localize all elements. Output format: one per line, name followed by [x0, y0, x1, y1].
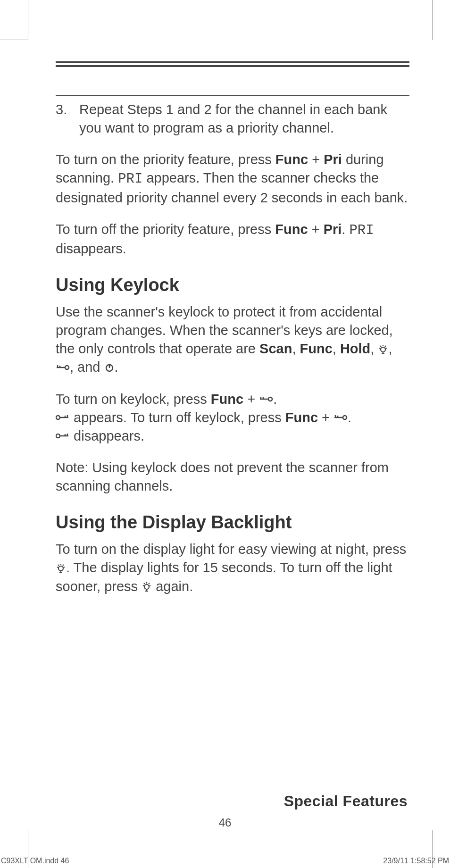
list-item-3: 3. Repeat Steps 1 and 2 for the channel … — [56, 100, 409, 137]
page-content: 3. Repeat Steps 1 and 2 for the channel … — [56, 61, 409, 609]
keylock-intro: Use the scanner's keylock to protect it … — [56, 303, 409, 377]
list-number: 3. — [56, 100, 79, 137]
key-icon — [56, 362, 70, 373]
section-title: Special Features — [284, 793, 408, 810]
top-double-rule — [56, 61, 409, 67]
heading-keylock: Using Keylock — [56, 275, 409, 295]
power-icon — [104, 362, 115, 373]
page-number: 46 — [0, 816, 450, 829]
key-icon — [56, 431, 70, 441]
key-icon — [56, 412, 70, 423]
footer-timestamp: 23/9/11 1:58:52 PM — [383, 857, 449, 865]
backlight-paragraph: To turn on the display light for easy vi… — [56, 540, 409, 595]
footer-file: C93XLT OM.indd 46 — [1, 857, 69, 865]
light-icon — [56, 563, 66, 573]
priority-off-paragraph: To turn off the priority feature, press … — [56, 220, 409, 258]
thin-rule — [56, 95, 409, 96]
light-icon — [378, 344, 388, 354]
crop-mark-top-left — [0, 0, 28, 40]
key-icon — [333, 412, 348, 423]
key-icon — [259, 394, 273, 404]
keylock-toggle: To turn on keylock, press Func + . appea… — [56, 390, 409, 445]
crop-mark-top-right — [432, 0, 450, 40]
heading-backlight: Using the Display Backlight — [56, 512, 409, 533]
list-text: Repeat Steps 1 and 2 for the channel in … — [79, 100, 409, 137]
keylock-note: Note: Using keylock does not prevent the… — [56, 459, 409, 495]
priority-on-paragraph: To turn on the priority feature, press F… — [56, 150, 409, 207]
light-icon — [142, 581, 152, 592]
